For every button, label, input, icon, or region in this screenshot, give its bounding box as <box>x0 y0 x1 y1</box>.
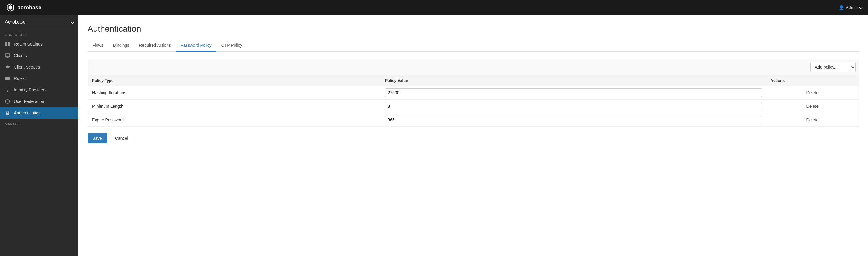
delete-button[interactable]: Delete <box>804 103 821 110</box>
page-title: Authentication <box>88 24 859 34</box>
svg-rect-7 <box>7 57 8 58</box>
sidebar-item-label: Identity Providers <box>14 88 46 92</box>
aerobase-logo-icon <box>6 3 14 12</box>
user-icon: 👤 <box>839 5 844 10</box>
sidebar-item-user-federation[interactable]: User Federation <box>0 96 79 107</box>
svg-rect-13 <box>6 113 9 115</box>
svg-rect-8 <box>6 58 9 58</box>
svg-rect-2 <box>5 42 7 44</box>
desktop-icon <box>5 53 10 58</box>
col-actions: Actions <box>766 75 859 86</box>
tab-otp-policy[interactable]: OTP Policy <box>216 40 247 52</box>
policy-type-cell: Hashing Iterations <box>88 86 381 100</box>
policy-table: Policy Type Policy Value Actions Hashing… <box>88 75 859 127</box>
table-row: Hashing Iterations Delete <box>88 86 859 100</box>
content-area: Authentication Flows Bindings Required A… <box>79 15 868 256</box>
sidebar-item-roles[interactable]: Roles <box>0 73 79 84</box>
realm-chevron-icon <box>71 20 74 24</box>
policy-value-cell <box>381 86 766 100</box>
col-policy-type: Policy Type <box>88 75 381 86</box>
sidebar-item-label: Authentication <box>14 110 41 115</box>
svg-rect-10 <box>5 78 10 79</box>
add-policy-select[interactable]: Add policy... <box>810 62 856 72</box>
form-action-buttons: Save Cancel <box>88 133 859 143</box>
realm-name: Aerobase <box>5 19 26 25</box>
svg-rect-11 <box>5 79 10 80</box>
svg-rect-3 <box>8 42 10 44</box>
sidebar-item-label: Clients <box>14 53 27 58</box>
sidebar-item-label: Client Scopes <box>14 65 40 69</box>
list-icon <box>5 76 10 81</box>
policy-value-input[interactable] <box>385 89 762 97</box>
svg-point-12 <box>6 100 9 101</box>
sidebar-item-client-scopes[interactable]: Client Scopes <box>0 61 79 73</box>
table-header-row: Policy Type Policy Value Actions <box>88 75 859 86</box>
col-policy-value: Policy Value <box>381 75 766 86</box>
arrows-icon <box>5 87 10 93</box>
sidebar-item-identity-providers[interactable]: Identity Providers <box>0 84 79 96</box>
svg-rect-4 <box>5 44 7 46</box>
realm-selector[interactable]: Aerobase <box>0 15 79 29</box>
cloud-icon <box>5 64 10 70</box>
sidebar-item-realm-settings[interactable]: Realm Settings <box>0 38 79 50</box>
navbar: aerobase 👤 Admin <box>0 0 868 15</box>
svg-rect-9 <box>5 77 10 77</box>
svg-marker-1 <box>9 5 12 10</box>
table-row: Minimum Length Delete <box>88 100 859 113</box>
save-button[interactable]: Save <box>88 133 107 143</box>
user-chevron-icon <box>859 6 862 9</box>
table-toolbar: Add policy... <box>88 59 859 75</box>
actions-cell: Delete <box>766 113 859 127</box>
user-menu[interactable]: 👤 Admin <box>839 5 862 10</box>
policy-value-input[interactable] <box>385 102 762 110</box>
policy-type-cell: Expire Password <box>88 113 381 127</box>
svg-rect-5 <box>8 44 10 46</box>
grid-icon <box>5 41 10 47</box>
username: Admin <box>846 5 858 10</box>
cancel-button[interactable]: Cancel <box>110 133 133 143</box>
sidebar-item-label: Realm Settings <box>14 42 42 46</box>
lock-icon <box>5 110 10 116</box>
navbar-brand: aerobase <box>6 3 41 12</box>
tabs-bar: Flows Bindings Required Actions Password… <box>88 40 859 52</box>
delete-button[interactable]: Delete <box>804 89 821 96</box>
sidebar-item-label: Roles <box>14 76 25 81</box>
delete-button[interactable]: Delete <box>804 116 821 124</box>
sidebar-item-authentication[interactable]: Authentication <box>0 107 79 119</box>
sidebar: Aerobase Configure Realm Settings C <box>0 15 79 256</box>
actions-cell: Delete <box>766 86 859 100</box>
tab-password-policy[interactable]: Password Policy <box>176 40 216 52</box>
policy-table-container: Add policy... Policy Type Policy Value A… <box>88 59 859 127</box>
policy-value-cell <box>381 113 766 127</box>
policy-type-cell: Minimum Length <box>88 100 381 113</box>
policy-value-cell <box>381 100 766 113</box>
configure-section-title: Configure <box>0 29 79 38</box>
brand-name: aerobase <box>18 4 41 11</box>
svg-rect-6 <box>5 54 10 57</box>
policy-value-input[interactable] <box>385 116 762 124</box>
sidebar-item-label: User Federation <box>14 99 44 104</box>
database-icon <box>5 99 10 104</box>
tab-required-actions[interactable]: Required Actions <box>134 40 176 52</box>
table-row: Expire Password Delete <box>88 113 859 127</box>
sidebar-item-clients[interactable]: Clients <box>0 50 79 61</box>
manage-section-title: Manage <box>0 119 79 128</box>
tab-flows[interactable]: Flows <box>88 40 108 52</box>
actions-cell: Delete <box>766 100 859 113</box>
main-layout: Aerobase Configure Realm Settings C <box>0 15 868 256</box>
tab-bindings[interactable]: Bindings <box>108 40 134 52</box>
